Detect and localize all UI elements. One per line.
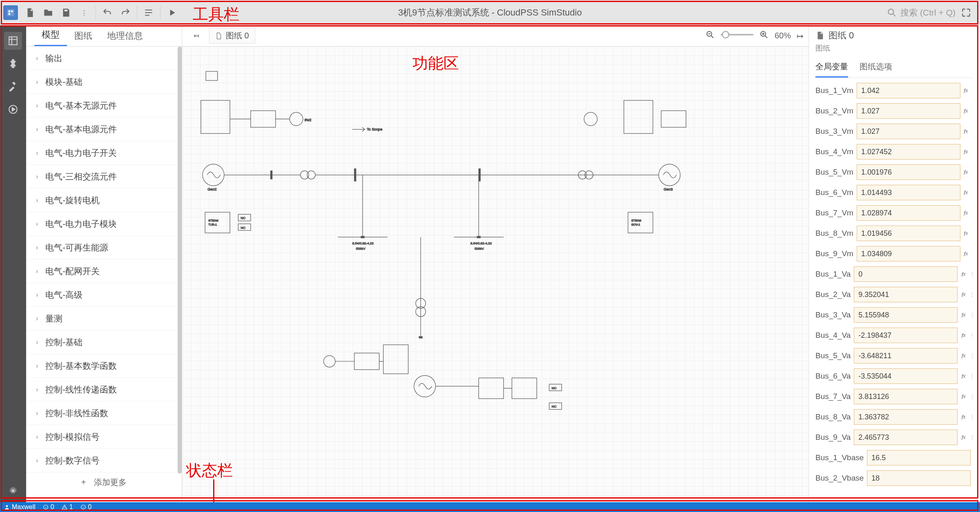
drag-handle-icon[interactable]: ⋮⋮	[969, 271, 973, 277]
tab-sheet[interactable]: 图纸	[67, 26, 100, 46]
open-file-button[interactable]	[39, 4, 57, 22]
variable-input[interactable]	[854, 307, 958, 323]
variable-input[interactable]	[857, 144, 960, 160]
variable-input[interactable]	[857, 164, 960, 180]
fx-button[interactable]: fx	[964, 84, 968, 97]
fx-button[interactable]: fx	[961, 390, 966, 403]
variable-input[interactable]	[854, 368, 958, 384]
new-file-button[interactable]	[21, 4, 39, 22]
canvas[interactable]: #w2 Gen2 Gen3	[182, 47, 808, 502]
variable-input[interactable]	[867, 470, 971, 486]
tree-item[interactable]: ›控制-线性传递函数	[26, 378, 182, 401]
tree-item[interactable]: ›控制-数字信号	[26, 449, 182, 472]
drag-handle-icon[interactable]: ⋮⋮	[971, 250, 973, 257]
drag-handle-icon[interactable]: ⋮⋮	[971, 128, 973, 135]
variable-input[interactable]	[854, 328, 958, 343]
save-button[interactable]	[57, 4, 75, 22]
variable-input[interactable]	[854, 409, 958, 425]
fit-icon[interactable]: ↦	[797, 31, 804, 41]
variable-input[interactable]	[857, 103, 960, 119]
fx-button[interactable]: fx	[961, 431, 966, 443]
rail-settings[interactable]	[4, 482, 22, 500]
tree-item[interactable]: ›控制-模拟信号	[26, 425, 182, 449]
status-err[interactable]: 0	[80, 503, 92, 511]
status-warn[interactable]: 1	[62, 503, 73, 511]
drag-handle-icon[interactable]: ⋮⋮	[969, 332, 973, 339]
search-box[interactable]: 搜索 (Ctrl + Q)	[886, 7, 956, 18]
rail-run[interactable]	[4, 100, 22, 118]
run-button[interactable]	[163, 4, 181, 22]
fx-button[interactable]: fx	[964, 125, 968, 137]
tree-item[interactable]: ›电气-基本电源元件	[26, 117, 182, 141]
drag-handle-icon[interactable]: ⋮⋮	[969, 393, 973, 400]
drag-handle-icon[interactable]: ⋮⋮	[969, 352, 973, 359]
rail-plugin[interactable]	[4, 55, 22, 73]
fx-button[interactable]: fx	[964, 146, 968, 158]
drag-handle-icon[interactable]: ⋮⋮	[969, 312, 973, 318]
drag-handle-icon[interactable]: ⋮⋮	[971, 149, 973, 155]
variable-input[interactable]	[857, 226, 960, 241]
tree-item[interactable]: ›电气-基本无源元件	[26, 94, 182, 117]
undo-button[interactable]	[98, 4, 116, 22]
fx-button[interactable]: fx	[964, 207, 968, 219]
tree-item[interactable]: ›控制-基础	[26, 330, 182, 354]
redo-button[interactable]	[116, 4, 134, 22]
variable-input[interactable]	[854, 348, 958, 363]
fx-button[interactable]: fx	[964, 105, 968, 117]
fx-button[interactable]: fx	[964, 186, 968, 199]
drag-handle-icon[interactable]: ⋮⋮	[969, 373, 973, 379]
variable-input[interactable]	[857, 205, 960, 221]
fx-button[interactable]: fx	[961, 411, 966, 423]
fx-button[interactable]: fx	[964, 166, 968, 178]
tab-sheet-opts[interactable]: 图纸选项	[860, 57, 892, 78]
variable-input[interactable]	[857, 185, 960, 200]
add-more-button[interactable]: + 添加更多	[26, 472, 182, 492]
fx-button[interactable]: fx	[961, 268, 966, 280]
variable-input[interactable]	[854, 266, 958, 282]
variable-input[interactable]	[854, 389, 958, 404]
tree-item[interactable]: ›电气-配网开关	[26, 259, 182, 283]
tree-scrollbar[interactable]	[178, 47, 182, 474]
fx-button[interactable]: fx	[961, 329, 966, 341]
tab-global-vars[interactable]: 全局变量	[815, 57, 848, 78]
drag-handle-icon[interactable]: ⋮⋮	[971, 189, 973, 196]
tree-item[interactable]: ›控制-非线性函数	[26, 401, 182, 425]
tree-item[interactable]: ›电气-电力电子开关	[26, 141, 182, 165]
drag-handle-icon[interactable]: ⋮⋮	[969, 434, 973, 441]
zoom-slider[interactable]	[721, 31, 753, 41]
tree-item[interactable]: ›输出	[26, 47, 182, 70]
variable-input[interactable]	[854, 430, 958, 445]
tab-model[interactable]: 模型	[34, 24, 67, 46]
tree-item[interactable]: ›电气-高级	[26, 283, 182, 307]
app-logo[interactable]	[3, 5, 18, 20]
drag-handle-icon[interactable]: ⋮⋮	[971, 87, 973, 94]
status-user[interactable]: Maxwell	[4, 503, 36, 511]
tab-geo[interactable]: 地理信息	[100, 26, 150, 46]
tree-item[interactable]: ›模块-基础	[26, 70, 182, 94]
variable-input[interactable]	[857, 246, 960, 262]
tree-item[interactable]: ›电气-旋转电机	[26, 188, 182, 212]
list-button[interactable]	[140, 4, 158, 22]
drag-handle-icon[interactable]: ⋮⋮	[969, 291, 973, 298]
tree-item[interactable]: ›电气-可再生能源	[26, 236, 182, 259]
tree-item[interactable]: ›量测	[26, 307, 182, 330]
fullscreen-button[interactable]	[957, 4, 975, 22]
more-vert-icon[interactable]: ⋮	[75, 4, 93, 22]
sheet-tab[interactable]: 图纸 0	[209, 28, 255, 44]
drag-handle-icon[interactable]: ⋮⋮	[971, 169, 973, 175]
zoom-in-icon[interactable]	[759, 30, 769, 42]
fx-button[interactable]: fx	[961, 370, 966, 382]
variable-list[interactable]: Bus_1_Vmfx⋮⋮Bus_2_Vmfx⋮⋮Bus_3_Vmfx⋮⋮Bus_…	[815, 83, 973, 502]
rail-tools[interactable]	[4, 78, 22, 95]
nav-back-icon[interactable]: ↤	[187, 27, 205, 45]
variable-input[interactable]	[857, 83, 960, 98]
variable-input[interactable]	[857, 124, 960, 139]
status-info[interactable]: 0	[43, 503, 54, 511]
drag-handle-icon[interactable]: ⋮⋮	[971, 230, 973, 237]
fx-button[interactable]: fx	[961, 309, 966, 321]
fx-button[interactable]: fx	[961, 350, 966, 362]
fx-button[interactable]: fx	[964, 227, 968, 239]
zoom-out-icon[interactable]	[705, 30, 715, 42]
drag-handle-icon[interactable]: ⋮⋮	[971, 210, 973, 216]
fx-button[interactable]: fx	[964, 248, 968, 260]
